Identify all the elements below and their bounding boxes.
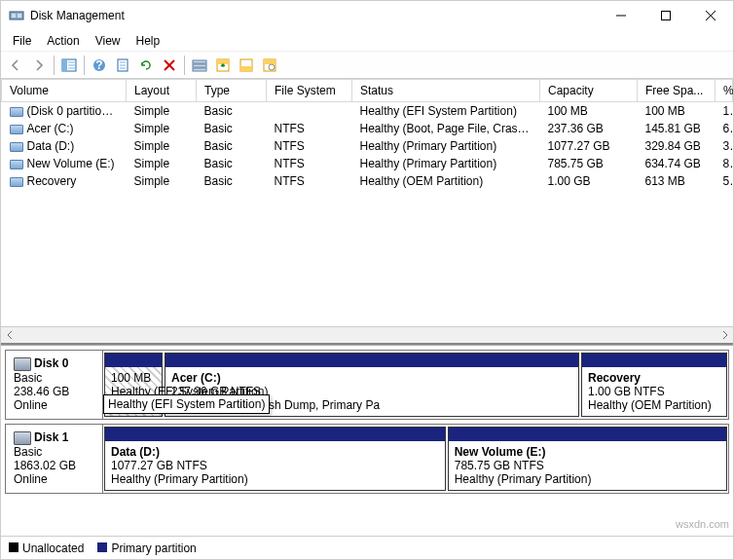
title-bar: Disk Management bbox=[1, 1, 733, 30]
volume-icon bbox=[10, 160, 23, 169]
forward-button[interactable] bbox=[28, 55, 50, 76]
partition-title: Recovery bbox=[588, 371, 641, 385]
col-fs[interactable]: File System bbox=[267, 80, 352, 102]
svg-rect-26 bbox=[240, 66, 252, 71]
graphical-top-button[interactable] bbox=[212, 55, 234, 76]
menu-action[interactable]: Action bbox=[39, 32, 87, 50]
volume-capacity: 100 MB bbox=[540, 102, 638, 121]
menu-bar: File Action View Help bbox=[1, 30, 733, 52]
refresh-button[interactable] bbox=[135, 55, 157, 76]
col-status[interactable]: Status bbox=[352, 80, 540, 102]
delete-button[interactable] bbox=[159, 55, 180, 76]
volume-free: 613 MB bbox=[638, 172, 716, 190]
maximize-button[interactable] bbox=[643, 1, 688, 30]
volume-fs bbox=[267, 102, 352, 121]
volume-layout: Simple bbox=[127, 120, 197, 137]
volume-name: (Disk 0 partition 1) bbox=[27, 104, 122, 118]
watermark: wsxdn.com bbox=[676, 518, 729, 530]
partition-body: New Volume (E:) 785.75 GB NTFS Healthy (… bbox=[449, 441, 726, 490]
scroll-left-icon[interactable] bbox=[1, 327, 18, 344]
volume-pct: 3 bbox=[716, 137, 733, 155]
menu-help[interactable]: Help bbox=[128, 32, 168, 50]
settings-button[interactable] bbox=[259, 55, 280, 76]
volume-pct: 8 bbox=[716, 155, 733, 172]
volume-name: New Volume (E:) bbox=[27, 157, 115, 170]
disk-label: Disk 1 bbox=[34, 430, 68, 444]
partition-block[interactable]: Data (D:) 1077.27 GB NTFS Healthy (Prima… bbox=[104, 427, 446, 491]
partition-block[interactable]: New Volume (E:) 785.75 GB NTFS Healthy (… bbox=[448, 427, 727, 491]
partition-body: 100 MB Healthy (EFI System Partition) He… bbox=[105, 367, 162, 416]
column-headers[interactable]: Volume Layout Type File System Status Ca… bbox=[2, 80, 733, 102]
volume-list[interactable]: Volume Layout Type File System Status Ca… bbox=[1, 79, 733, 326]
volume-pct: 1 bbox=[716, 102, 733, 121]
svg-rect-2 bbox=[18, 14, 21, 18]
disk-row: Disk 1 Basic 1863.02 GB Online Data (D:)… bbox=[5, 424, 729, 494]
volume-status: Healthy (Primary Partition) bbox=[352, 155, 540, 172]
window-title: Disk Management bbox=[30, 9, 599, 22]
partition-area: 100 MB Healthy (EFI System Partition) He… bbox=[103, 351, 728, 419]
partition-status: Healthy (OEM Partition) bbox=[588, 398, 712, 412]
col-volume[interactable]: Volume bbox=[2, 80, 127, 102]
volume-layout: Simple bbox=[127, 172, 197, 190]
svg-rect-21 bbox=[193, 64, 206, 67]
volume-status: Healthy (Boot, Page File, Crash Dum... bbox=[352, 120, 540, 137]
partition-block[interactable]: Recovery 1.00 GB NTFS Healthy (OEM Parti… bbox=[581, 353, 727, 417]
col-free[interactable]: Free Spa... bbox=[638, 80, 716, 102]
toolbar-separator bbox=[84, 56, 85, 75]
scroll-right-icon[interactable] bbox=[716, 327, 733, 344]
properties-button[interactable] bbox=[112, 55, 133, 76]
disk-size: 238.46 GB bbox=[14, 385, 94, 398]
disk-graphical-pane[interactable]: Disk 0 Basic 238.46 GB Online 100 MB Hea… bbox=[1, 345, 733, 536]
help-button[interactable]: ? bbox=[89, 55, 110, 76]
col-layout[interactable]: Layout bbox=[127, 80, 197, 102]
disk-size: 1863.02 GB bbox=[14, 459, 94, 472]
col-capacity[interactable]: Capacity bbox=[540, 80, 638, 102]
partition-size: 1077.27 GB NTFS bbox=[111, 459, 207, 472]
disk-type: Basic bbox=[14, 445, 94, 459]
volume-type: Basic bbox=[197, 120, 267, 137]
partition-block[interactable]: 100 MB Healthy (EFI System Partition) He… bbox=[104, 353, 163, 417]
back-button[interactable] bbox=[5, 55, 26, 76]
partition-header-stripe bbox=[105, 428, 445, 441]
menu-file[interactable]: File bbox=[5, 32, 39, 50]
disk-state: Online bbox=[14, 472, 94, 486]
disk-type: Basic bbox=[14, 371, 94, 385]
svg-rect-28 bbox=[264, 59, 275, 64]
partition-title: Acer (C:) bbox=[171, 371, 221, 385]
minimize-button[interactable] bbox=[599, 1, 643, 30]
partition-header-stripe bbox=[165, 354, 578, 367]
partition-size: 100 MB bbox=[111, 371, 151, 385]
volume-pct: 5 bbox=[716, 172, 733, 190]
close-button[interactable] bbox=[688, 1, 733, 30]
volume-name: Acer (C:) bbox=[27, 122, 74, 135]
col-type[interactable]: Type bbox=[197, 80, 267, 102]
col-pct[interactable]: % bbox=[716, 80, 733, 102]
volume-status: Healthy (Primary Partition) bbox=[352, 137, 540, 155]
disk-info[interactable]: Disk 0 Basic 238.46 GB Online bbox=[6, 351, 103, 419]
volume-type: Basic bbox=[197, 172, 267, 190]
svg-text:?: ? bbox=[95, 58, 102, 72]
disk-list-button[interactable] bbox=[189, 55, 210, 76]
volume-row[interactable]: Data (D:)SimpleBasicNTFSHealthy (Primary… bbox=[2, 137, 733, 155]
volume-row[interactable]: New Volume (E:)SimpleBasicNTFSHealthy (P… bbox=[2, 155, 733, 172]
graphical-bottom-button[interactable] bbox=[236, 55, 257, 76]
view-toggle-button[interactable] bbox=[58, 55, 80, 76]
horizontal-scrollbar[interactable] bbox=[1, 326, 733, 343]
partition-size: 1.00 GB NTFS bbox=[588, 385, 665, 398]
svg-rect-20 bbox=[193, 60, 206, 63]
volume-free: 329.84 GB bbox=[638, 137, 716, 155]
volume-row[interactable]: Acer (C:)SimpleBasicNTFSHealthy (Boot, P… bbox=[2, 120, 733, 137]
volume-row[interactable]: (Disk 0 partition 1)SimpleBasicHealthy (… bbox=[2, 102, 733, 121]
volume-name: Recovery bbox=[27, 174, 77, 188]
volume-type: Basic bbox=[197, 137, 267, 155]
svg-rect-1 bbox=[12, 14, 16, 18]
volume-row[interactable]: RecoverySimpleBasicNTFSHealthy (OEM Part… bbox=[2, 172, 733, 190]
volume-name: Data (D:) bbox=[27, 139, 75, 153]
partition-header-stripe bbox=[582, 354, 726, 367]
partition-body: Data (D:) 1077.27 GB NTFS Healthy (Prima… bbox=[105, 441, 445, 490]
menu-view[interactable]: View bbox=[88, 32, 128, 50]
toolbar: ? bbox=[1, 52, 733, 79]
volume-fs: NTFS bbox=[267, 137, 352, 155]
partition-header-stripe bbox=[449, 428, 726, 441]
disk-info[interactable]: Disk 1 Basic 1863.02 GB Online bbox=[6, 425, 103, 493]
